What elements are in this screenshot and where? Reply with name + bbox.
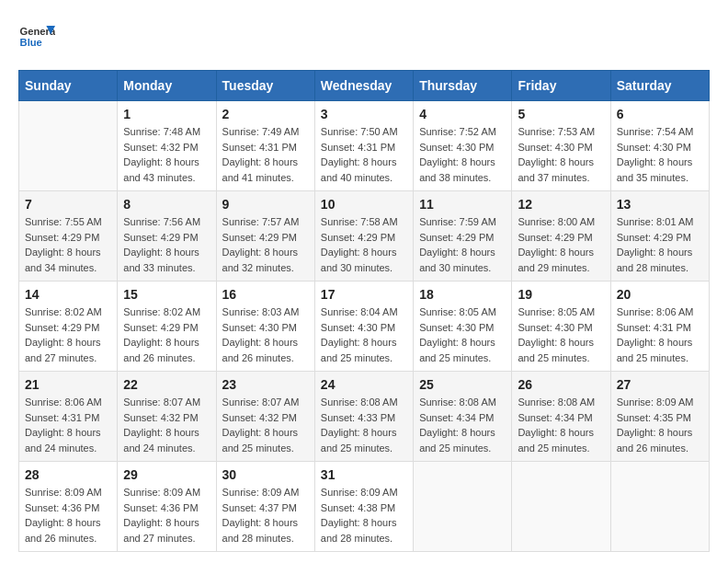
- day-number: 27: [617, 377, 703, 392]
- day-info: Sunrise: 8:05 AM Sunset: 4:30 PM Dayligh…: [419, 304, 506, 365]
- calendar-cell: 21Sunrise: 8:06 AM Sunset: 4:31 PM Dayli…: [19, 372, 118, 462]
- calendar-cell: 18Sunrise: 8:05 AM Sunset: 4:30 PM Dayli…: [414, 282, 512, 372]
- header-tuesday: Tuesday: [216, 71, 314, 101]
- day-number: 24: [321, 377, 407, 392]
- calendar-cell: 19Sunrise: 8:05 AM Sunset: 4:30 PM Dayli…: [512, 282, 610, 372]
- day-info: Sunrise: 8:08 AM Sunset: 4:34 PM Dayligh…: [518, 395, 604, 455]
- day-number: 20: [617, 287, 703, 302]
- day-number: 22: [123, 377, 210, 392]
- calendar-cell: 10Sunrise: 7:58 AM Sunset: 4:29 PM Dayli…: [314, 191, 413, 282]
- calendar-cell: 1Sunrise: 7:48 AM Sunset: 4:32 PM Daylig…: [118, 101, 216, 191]
- calendar-body: 1Sunrise: 7:48 AM Sunset: 4:32 PM Daylig…: [19, 101, 710, 552]
- calendar-cell: 5Sunrise: 7:53 AM Sunset: 4:30 PM Daylig…: [512, 101, 610, 191]
- calendar-cell: 20Sunrise: 8:06 AM Sunset: 4:31 PM Dayli…: [610, 282, 709, 372]
- day-number: 10: [321, 197, 407, 212]
- day-info: Sunrise: 8:00 AM Sunset: 4:29 PM Dayligh…: [518, 214, 604, 275]
- day-number: 3: [321, 107, 407, 121]
- week-row-0: 1Sunrise: 7:48 AM Sunset: 4:32 PM Daylig…: [19, 101, 710, 191]
- calendar-cell: 4Sunrise: 7:52 AM Sunset: 4:30 PM Daylig…: [414, 101, 512, 191]
- day-number: 29: [123, 467, 210, 482]
- day-info: Sunrise: 7:53 AM Sunset: 4:30 PM Dayligh…: [518, 124, 604, 185]
- calendar-table: SundayMondayTuesdayWednesdayThursdayFrid…: [18, 70, 710, 552]
- calendar-cell: 17Sunrise: 8:04 AM Sunset: 4:30 PM Dayli…: [314, 282, 413, 372]
- day-info: Sunrise: 8:09 AM Sunset: 4:36 PM Dayligh…: [25, 485, 111, 546]
- day-number: 26: [518, 377, 604, 392]
- day-number: 28: [25, 467, 111, 482]
- day-info: Sunrise: 8:07 AM Sunset: 4:32 PM Dayligh…: [222, 395, 309, 455]
- header-thursday: Thursday: [414, 71, 512, 101]
- calendar-cell: 26Sunrise: 8:08 AM Sunset: 4:34 PM Dayli…: [512, 372, 610, 462]
- calendar-cell: 11Sunrise: 7:59 AM Sunset: 4:29 PM Dayli…: [414, 191, 512, 282]
- page-header: General Blue: [18, 18, 710, 55]
- day-info: Sunrise: 7:50 AM Sunset: 4:31 PM Dayligh…: [321, 124, 407, 185]
- day-info: Sunrise: 8:09 AM Sunset: 4:36 PM Dayligh…: [123, 485, 210, 546]
- day-info: Sunrise: 7:54 AM Sunset: 4:30 PM Dayligh…: [617, 124, 703, 185]
- day-info: Sunrise: 8:05 AM Sunset: 4:30 PM Dayligh…: [518, 304, 604, 365]
- calendar-cell: 3Sunrise: 7:50 AM Sunset: 4:31 PM Daylig…: [314, 101, 413, 191]
- header-friday: Friday: [512, 71, 610, 101]
- day-number: 23: [222, 377, 309, 392]
- week-row-1: 7Sunrise: 7:55 AM Sunset: 4:29 PM Daylig…: [19, 191, 710, 282]
- calendar-header-row: SundayMondayTuesdayWednesdayThursdayFrid…: [19, 71, 710, 101]
- calendar-cell: [512, 462, 610, 552]
- day-info: Sunrise: 8:09 AM Sunset: 4:38 PM Dayligh…: [321, 485, 407, 546]
- day-number: 1: [123, 107, 210, 121]
- day-info: Sunrise: 7:58 AM Sunset: 4:29 PM Dayligh…: [321, 214, 407, 275]
- calendar-cell: 27Sunrise: 8:09 AM Sunset: 4:35 PM Dayli…: [610, 372, 709, 462]
- calendar-cell: [414, 462, 512, 552]
- day-number: 2: [222, 107, 309, 121]
- calendar-cell: 23Sunrise: 8:07 AM Sunset: 4:32 PM Dayli…: [216, 372, 314, 462]
- day-number: 7: [25, 197, 111, 212]
- calendar-cell: 15Sunrise: 8:02 AM Sunset: 4:29 PM Dayli…: [118, 282, 216, 372]
- calendar-cell: 14Sunrise: 8:02 AM Sunset: 4:29 PM Dayli…: [19, 282, 118, 372]
- day-info: Sunrise: 8:04 AM Sunset: 4:30 PM Dayligh…: [321, 304, 407, 365]
- day-number: 5: [518, 107, 604, 121]
- calendar-cell: 12Sunrise: 8:00 AM Sunset: 4:29 PM Dayli…: [512, 191, 610, 282]
- day-number: 30: [222, 467, 309, 482]
- day-number: 14: [25, 287, 111, 302]
- day-info: Sunrise: 8:01 AM Sunset: 4:29 PM Dayligh…: [617, 214, 703, 275]
- calendar-cell: 31Sunrise: 8:09 AM Sunset: 4:38 PM Dayli…: [314, 462, 413, 552]
- day-number: 13: [617, 197, 703, 212]
- day-info: Sunrise: 7:57 AM Sunset: 4:29 PM Dayligh…: [222, 214, 309, 275]
- day-info: Sunrise: 8:09 AM Sunset: 4:35 PM Dayligh…: [617, 395, 703, 455]
- calendar-cell: 25Sunrise: 8:08 AM Sunset: 4:34 PM Dayli…: [414, 372, 512, 462]
- day-number: 31: [321, 467, 407, 482]
- day-info: Sunrise: 8:06 AM Sunset: 4:31 PM Dayligh…: [25, 395, 111, 455]
- header-monday: Monday: [118, 71, 216, 101]
- day-info: Sunrise: 7:48 AM Sunset: 4:32 PM Dayligh…: [123, 124, 210, 185]
- calendar-cell: 24Sunrise: 8:08 AM Sunset: 4:33 PM Dayli…: [314, 372, 413, 462]
- svg-text:Blue: Blue: [20, 37, 42, 48]
- week-row-4: 28Sunrise: 8:09 AM Sunset: 4:36 PM Dayli…: [19, 462, 710, 552]
- day-info: Sunrise: 8:09 AM Sunset: 4:37 PM Dayligh…: [222, 485, 309, 546]
- calendar-cell: 29Sunrise: 8:09 AM Sunset: 4:36 PM Dayli…: [118, 462, 216, 552]
- day-info: Sunrise: 7:55 AM Sunset: 4:29 PM Dayligh…: [25, 214, 111, 275]
- header-saturday: Saturday: [610, 71, 709, 101]
- day-info: Sunrise: 8:06 AM Sunset: 4:31 PM Dayligh…: [617, 304, 703, 365]
- calendar-cell: 22Sunrise: 8:07 AM Sunset: 4:32 PM Dayli…: [118, 372, 216, 462]
- day-number: 4: [419, 107, 506, 121]
- logo: General Blue: [18, 18, 61, 55]
- day-number: 8: [123, 197, 210, 212]
- day-info: Sunrise: 7:56 AM Sunset: 4:29 PM Dayligh…: [123, 214, 210, 275]
- day-number: 18: [419, 287, 506, 302]
- calendar-cell: 28Sunrise: 8:09 AM Sunset: 4:36 PM Dayli…: [19, 462, 118, 552]
- calendar-cell: 8Sunrise: 7:56 AM Sunset: 4:29 PM Daylig…: [118, 191, 216, 282]
- day-number: 12: [518, 197, 604, 212]
- day-info: Sunrise: 7:59 AM Sunset: 4:29 PM Dayligh…: [419, 214, 506, 275]
- day-info: Sunrise: 8:07 AM Sunset: 4:32 PM Dayligh…: [123, 395, 210, 455]
- day-info: Sunrise: 7:49 AM Sunset: 4:31 PM Dayligh…: [222, 124, 309, 185]
- day-number: 11: [419, 197, 506, 212]
- day-info: Sunrise: 8:08 AM Sunset: 4:34 PM Dayligh…: [419, 395, 506, 455]
- day-info: Sunrise: 7:52 AM Sunset: 4:30 PM Dayligh…: [419, 124, 506, 185]
- day-number: 17: [321, 287, 407, 302]
- day-number: 9: [222, 197, 309, 212]
- calendar-cell: 13Sunrise: 8:01 AM Sunset: 4:29 PM Dayli…: [610, 191, 709, 282]
- calendar-cell: 2Sunrise: 7:49 AM Sunset: 4:31 PM Daylig…: [216, 101, 314, 191]
- day-info: Sunrise: 8:02 AM Sunset: 4:29 PM Dayligh…: [123, 304, 210, 365]
- day-number: 19: [518, 287, 604, 302]
- calendar-cell: 30Sunrise: 8:09 AM Sunset: 4:37 PM Dayli…: [216, 462, 314, 552]
- day-number: 25: [419, 377, 506, 392]
- day-number: 15: [123, 287, 210, 302]
- calendar-cell: 7Sunrise: 7:55 AM Sunset: 4:29 PM Daylig…: [19, 191, 118, 282]
